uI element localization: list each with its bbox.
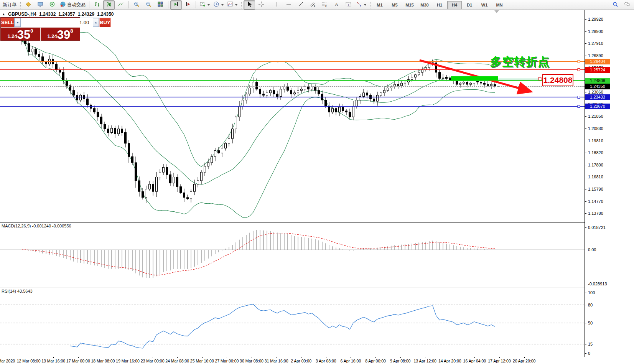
crosshair-icon bbox=[258, 1, 264, 8]
signal-icon bbox=[49, 1, 55, 8]
timeframe-d1-button[interactable]: D1 bbox=[462, 1, 477, 9]
arrows-button[interactable] bbox=[354, 0, 368, 10]
zoom-out-button[interactable] bbox=[143, 0, 154, 10]
arrows-icon bbox=[356, 1, 362, 8]
sell-price-pip: 0 bbox=[30, 28, 33, 34]
horizontal-line-button[interactable] bbox=[283, 0, 295, 10]
price-tick-label: 1.28900 bbox=[588, 29, 603, 34]
price-callout-box[interactable]: 1.24808 bbox=[542, 74, 573, 86]
rsi-panel-divider[interactable] bbox=[0, 287, 585, 287]
time-tick-label: 31 Mar 16:00 bbox=[265, 359, 288, 363]
chart-collapse-arrow[interactable] bbox=[494, 10, 499, 13]
time-tick-label: 18 Mar 08:00 bbox=[91, 359, 115, 363]
timeframe-m1-button[interactable]: M1 bbox=[372, 1, 387, 9]
macd-panel-divider[interactable] bbox=[0, 222, 585, 223]
time-tick-label: 24 Mar 08:00 bbox=[165, 359, 189, 363]
level-line-1.22670[interactable] bbox=[0, 106, 585, 107]
auto-scroll-button[interactable] bbox=[170, 0, 182, 10]
rsi-tick-label: 0 bbox=[588, 351, 590, 356]
buy-price-pip: 8 bbox=[70, 28, 73, 34]
sell-price[interactable]: 1.24350 bbox=[1, 28, 41, 41]
auto-trading-button[interactable]: 自动交易 bbox=[58, 0, 87, 10]
channel-button[interactable]: E bbox=[307, 0, 318, 10]
level-line-1.24808[interactable] bbox=[0, 80, 585, 81]
toolbar-grip bbox=[20, 2, 21, 8]
price-tick-label: 1.23860 bbox=[588, 90, 603, 94]
volume-decrease-button[interactable] bbox=[15, 18, 21, 27]
sell-price-base: 1.24 bbox=[7, 33, 17, 39]
horizontal-line-icon bbox=[286, 1, 292, 8]
svg-text:T: T bbox=[347, 3, 349, 7]
volume-increase-button[interactable] bbox=[93, 18, 99, 27]
price-tick-label: 1.27910 bbox=[588, 41, 603, 46]
zoom-out-icon bbox=[145, 1, 152, 8]
price-tick-label: 1.18820 bbox=[588, 150, 603, 155]
buy-button[interactable]: BUY bbox=[99, 18, 110, 27]
auto-scroll-icon bbox=[173, 1, 179, 8]
price-tick-label: 1.16810 bbox=[588, 175, 603, 179]
time-tick-label: 25 Mar 16:00 bbox=[190, 359, 214, 363]
buy-price-base: 1.24 bbox=[47, 33, 57, 39]
level-price-badge: 1.22670 bbox=[585, 104, 610, 109]
candlestick-chart-button[interactable] bbox=[103, 0, 115, 10]
timeframe-m30-button[interactable]: M30 bbox=[417, 1, 432, 9]
trendline-button[interactable] bbox=[295, 0, 306, 10]
broadcast-button[interactable] bbox=[46, 0, 58, 10]
market-watch-button[interactable] bbox=[23, 0, 34, 10]
rsi-label: RSI(14) 43.5643 bbox=[2, 289, 33, 293]
sell-price-big: 35 bbox=[17, 29, 30, 41]
fibonacci-button[interactable]: F bbox=[319, 0, 330, 10]
new-chart-button[interactable] bbox=[198, 0, 211, 10]
current-price-badge: 1.24350 bbox=[585, 84, 610, 89]
mt4-window: 新订单 自动交易 bbox=[0, 0, 634, 364]
level-line-1.23433[interactable] bbox=[0, 97, 585, 97]
tile-windows-icon bbox=[157, 1, 163, 8]
time-tick-label: 12 Mar 08:00 bbox=[17, 359, 41, 363]
text-button[interactable]: A bbox=[331, 0, 342, 10]
time-tick-label: 6 Apr 16:00 bbox=[341, 359, 361, 363]
text-label-icon: T bbox=[345, 1, 351, 8]
volume-input[interactable] bbox=[21, 19, 93, 26]
search-button[interactable] bbox=[609, 0, 621, 10]
tile-windows-button[interactable] bbox=[155, 0, 166, 10]
time-tick-label: 19 Mar 16:00 bbox=[116, 359, 140, 363]
timeframe-h1-button[interactable]: H1 bbox=[432, 1, 447, 9]
price-tick-label: 1.21850 bbox=[588, 114, 603, 119]
crosshair-button[interactable] bbox=[255, 0, 267, 10]
svg-text:E: E bbox=[314, 5, 315, 7]
macd-panel-divider[interactable] bbox=[0, 222, 585, 222]
time-tick-label: 16 Apr 04:00 bbox=[463, 359, 486, 363]
new-order-button[interactable]: 新订单 bbox=[1, 0, 18, 10]
timeframe-h4-button[interactable]: H4 bbox=[447, 1, 462, 9]
buy-price[interactable]: 1.24398 bbox=[41, 28, 80, 41]
vertical-line-button[interactable] bbox=[271, 0, 283, 10]
new-chart-icon bbox=[199, 1, 206, 8]
price-tick-label: 1.17800 bbox=[588, 163, 603, 167]
bar-chart-button[interactable] bbox=[91, 0, 103, 10]
svg-text:F: F bbox=[325, 5, 327, 7]
timeframe-w1-button[interactable]: W1 bbox=[477, 1, 492, 9]
time-tick-label: 13 Mar 16:00 bbox=[41, 359, 65, 363]
indicators-button[interactable] bbox=[226, 0, 239, 10]
turning-point-annotation[interactable]: 多空转折点 bbox=[490, 54, 550, 70]
sell-button[interactable]: SELL bbox=[1, 18, 14, 27]
text-label-button[interactable]: T bbox=[343, 0, 354, 10]
line-chart-button[interactable] bbox=[115, 0, 127, 10]
timeframe-m15-button[interactable]: M15 bbox=[402, 1, 417, 9]
panel-collapse-icon[interactable]: ▲ bbox=[2, 12, 5, 16]
rsi-panel-divider[interactable] bbox=[0, 288, 585, 288]
zoom-in-button[interactable] bbox=[131, 0, 142, 10]
periods-button[interactable] bbox=[212, 0, 225, 10]
timeframe-m5-button[interactable]: M5 bbox=[387, 1, 402, 9]
cursor-button[interactable] bbox=[244, 0, 255, 10]
macd-tick-label: 0.018721 bbox=[588, 225, 606, 230]
chart-shift-button[interactable] bbox=[182, 0, 194, 10]
timeframe-mn-button[interactable]: MN bbox=[492, 1, 507, 9]
clock-icon bbox=[213, 1, 219, 8]
chat-button[interactable] bbox=[621, 0, 633, 10]
toolbar-grip bbox=[240, 2, 242, 8]
new-order-label: 新订单 bbox=[3, 2, 16, 8]
fibonacci-icon: F bbox=[321, 1, 328, 8]
chart-shift-icon bbox=[185, 1, 191, 8]
metaeditor-button[interactable] bbox=[35, 0, 46, 10]
